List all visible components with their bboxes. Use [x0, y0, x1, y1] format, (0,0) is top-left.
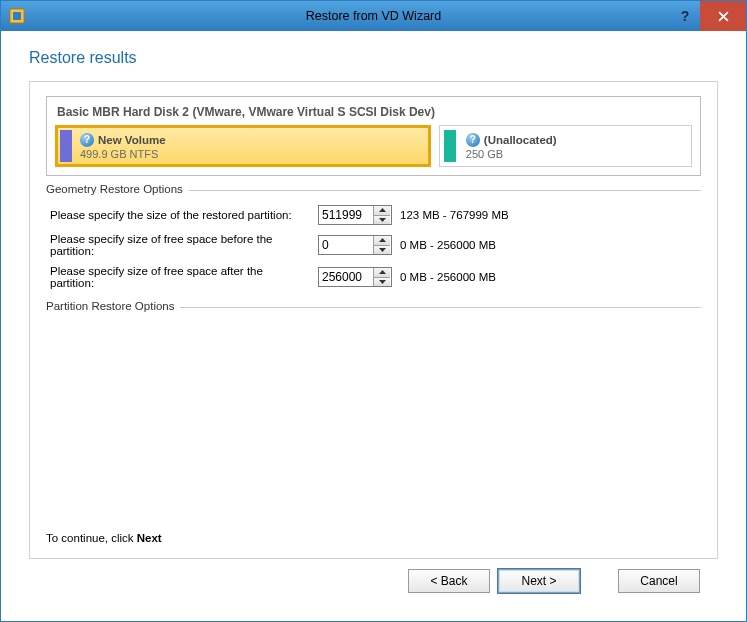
after-spinner[interactable]	[318, 267, 392, 287]
spin-up-button[interactable]	[374, 268, 390, 278]
partition-detail: 250 GB	[466, 148, 685, 160]
wizard-footer: < Back Next > Cancel	[29, 559, 718, 607]
partition-restore-options-group: Partition Restore Options	[46, 307, 701, 318]
page-title: Restore results	[29, 49, 718, 67]
partition-color-icon	[444, 130, 456, 162]
close-icon	[718, 11, 729, 22]
disk-title: Basic MBR Hard Disk 2 (VMware, VMware Vi…	[55, 103, 692, 125]
wizard-window: Restore from VD Wizard ? Restore results…	[0, 0, 747, 622]
partition-name: (Unallocated)	[484, 134, 557, 146]
cancel-button[interactable]: Cancel	[618, 569, 700, 593]
partition-color-icon	[60, 130, 72, 162]
partition-name: New Volume	[98, 134, 166, 146]
size-range: 123 MB - 767999 MB	[400, 209, 701, 221]
help-glyph-icon: ?	[80, 133, 94, 147]
after-label: Please specify size of free space after …	[50, 265, 310, 289]
group-label: Geometry Restore Options	[46, 183, 189, 195]
content-frame: Basic MBR Hard Disk 2 (VMware, VMware Vi…	[29, 81, 718, 559]
svg-rect-1	[13, 12, 21, 20]
before-spinner[interactable]	[318, 235, 392, 255]
partition-selected[interactable]: ? New Volume 499.9 GB NTFS	[55, 125, 431, 167]
chevron-up-icon	[379, 238, 386, 242]
disk-map: Basic MBR Hard Disk 2 (VMware, VMware Vi…	[46, 96, 701, 176]
after-range: 0 MB - 256000 MB	[400, 271, 701, 283]
spin-down-button[interactable]	[374, 216, 390, 225]
app-icon	[9, 8, 25, 24]
titlebar: Restore from VD Wizard ?	[1, 1, 746, 31]
partition-unallocated[interactable]: ? (Unallocated) 250 GB	[439, 125, 692, 167]
next-button[interactable]: Next >	[498, 569, 580, 593]
back-button[interactable]: < Back	[408, 569, 490, 593]
group-label: Partition Restore Options	[46, 300, 180, 312]
before-range: 0 MB - 256000 MB	[400, 239, 701, 251]
chevron-down-icon	[379, 248, 386, 252]
help-button[interactable]: ?	[670, 1, 700, 31]
chevron-up-icon	[379, 270, 386, 274]
chevron-down-icon	[379, 280, 386, 284]
spin-down-button[interactable]	[374, 278, 390, 287]
spin-up-button[interactable]	[374, 236, 390, 246]
before-label: Please specify size of free space before…	[50, 233, 310, 257]
geometry-options-group: Geometry Restore Options Please specify …	[46, 190, 701, 291]
size-label: Please specify the size of the restored …	[50, 209, 310, 221]
size-input[interactable]	[319, 206, 373, 224]
close-button[interactable]	[700, 1, 746, 31]
chevron-down-icon	[379, 218, 386, 222]
help-glyph-icon: ?	[466, 133, 480, 147]
chevron-up-icon	[379, 208, 386, 212]
partition-detail: 499.9 GB NTFS	[80, 148, 422, 160]
spin-up-button[interactable]	[374, 206, 390, 216]
after-input[interactable]	[319, 268, 373, 286]
window-title: Restore from VD Wizard	[1, 9, 746, 23]
size-spinner[interactable]	[318, 205, 392, 225]
continue-hint: To continue, click Next	[46, 528, 701, 546]
before-input[interactable]	[319, 236, 373, 254]
client-area: Restore results Basic MBR Hard Disk 2 (V…	[1, 31, 746, 621]
spin-down-button[interactable]	[374, 246, 390, 255]
